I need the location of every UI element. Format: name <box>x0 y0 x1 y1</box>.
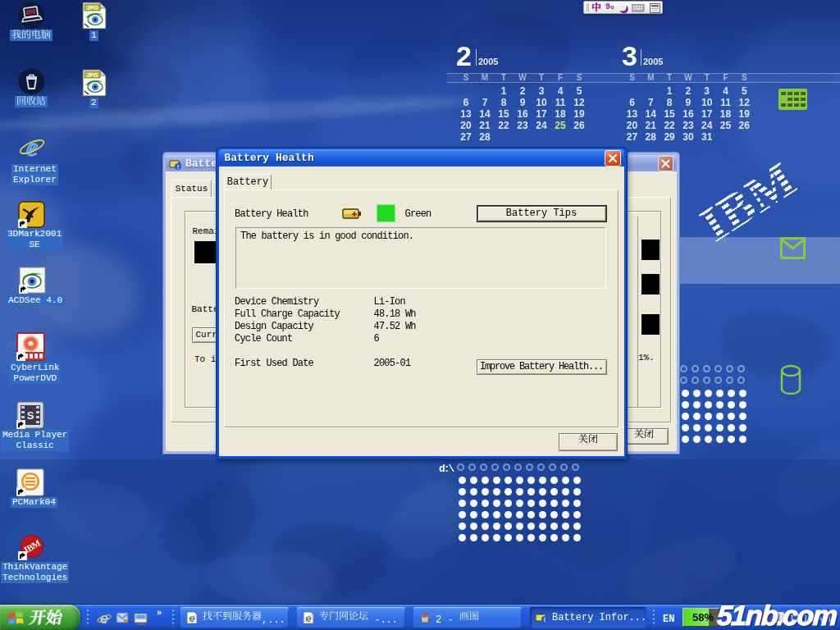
svg-text:e: e <box>26 134 38 162</box>
svg-text:!: ! <box>544 617 546 623</box>
svg-text:e: e <box>305 612 311 624</box>
svg-text:e: e <box>100 611 108 626</box>
svg-text:JPG: JPG <box>86 72 98 78</box>
svg-text:e: e <box>189 612 194 624</box>
svg-text:S: S <box>27 409 34 422</box>
svg-text:JPG: JPG <box>86 5 98 11</box>
